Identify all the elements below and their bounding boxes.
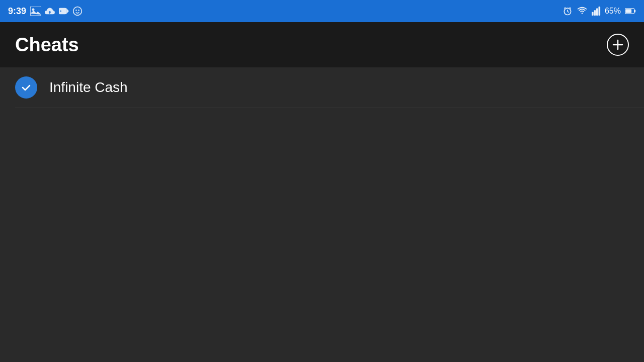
status-icons bbox=[30, 6, 83, 16]
svg-rect-3 bbox=[59, 8, 66, 15]
svg-rect-12 bbox=[592, 12, 594, 16]
list-divider bbox=[15, 108, 644, 108]
svg-point-4 bbox=[60, 11, 61, 12]
check-circle-icon bbox=[15, 76, 37, 99]
svg-point-8 bbox=[78, 10, 79, 11]
cloud-icon bbox=[44, 7, 55, 16]
svg-point-1 bbox=[32, 9, 35, 11]
checkmark-icon bbox=[20, 81, 32, 94]
status-time: 9:39 bbox=[8, 6, 26, 17]
app-header: Cheats bbox=[0, 22, 644, 67]
status-bar-left: 9:39 bbox=[8, 6, 83, 17]
image-icon bbox=[30, 7, 41, 16]
svg-rect-17 bbox=[625, 9, 631, 13]
battery-icon bbox=[625, 8, 636, 15]
svg-rect-15 bbox=[598, 7, 600, 16]
signal-icon bbox=[592, 7, 601, 16]
svg-rect-14 bbox=[596, 9, 598, 16]
add-icon bbox=[611, 38, 625, 52]
wifi-icon bbox=[577, 7, 588, 16]
svg-point-7 bbox=[75, 10, 77, 11]
svg-line-11 bbox=[568, 12, 569, 13]
svg-point-6 bbox=[73, 7, 82, 16]
battery-text: 65% bbox=[605, 7, 621, 16]
status-bar-right: 65% bbox=[562, 6, 636, 16]
cheat-label: Infinite Cash bbox=[49, 79, 128, 96]
alarm-icon bbox=[562, 6, 573, 16]
svg-marker-5 bbox=[66, 8, 69, 15]
add-cheat-button[interactable] bbox=[607, 34, 629, 56]
face-icon bbox=[72, 6, 83, 16]
list-item[interactable]: Infinite Cash bbox=[0, 67, 644, 108]
svg-rect-18 bbox=[634, 10, 636, 12]
content-area: Infinite Cash bbox=[0, 67, 644, 108]
label-icon bbox=[58, 7, 69, 16]
svg-rect-13 bbox=[594, 10, 596, 16]
page-title: Cheats bbox=[15, 34, 79, 56]
status-bar: 9:39 bbox=[0, 0, 644, 22]
